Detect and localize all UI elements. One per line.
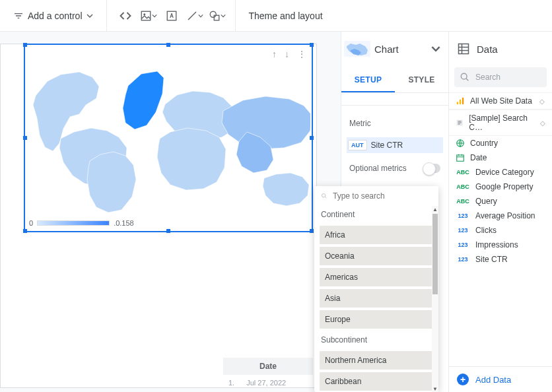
svg-point-1 [143, 13, 145, 15]
svg-point-8 [461, 73, 467, 79]
date-header: Date [223, 358, 313, 375]
svg-rect-11 [462, 98, 464, 105]
line-button[interactable] [185, 10, 205, 22]
map-thumb-icon [344, 41, 370, 57]
sort-desc-icon[interactable]: ↓ [285, 49, 289, 59]
data-search-input[interactable]: Search [454, 67, 547, 87]
shape-icon [209, 10, 221, 22]
map-chart[interactable]: ↑ ↓ ⋮ 0 .0.158 [24, 44, 313, 232]
field-n-america[interactable]: Northern America [320, 351, 433, 370]
field-picker-popup: Continent Africa Oceania Americas Asia E… [314, 186, 438, 392]
datasource-ga[interactable]: All Web Site Data ◇ [449, 92, 552, 110]
toolbar: Add a control Theme and layout [0, 0, 552, 32]
svg-rect-7 [459, 44, 469, 54]
field-date[interactable]: Date [449, 150, 552, 165]
search-icon [460, 72, 470, 82]
config-tabs: SETUP STYLE [341, 69, 448, 93]
field-query[interactable]: ABCQuery [449, 194, 552, 209]
data-icon [457, 42, 470, 55]
field-europe[interactable]: Europe [320, 310, 433, 329]
field-avgpos[interactable]: 123Average Position [449, 209, 552, 223]
theme-layout-label: Theme and layout [249, 11, 323, 21]
row-date: Jul 27, 2022 [241, 376, 313, 389]
filter-icon [13, 11, 24, 21]
more-icon[interactable]: ⋮ [297, 49, 306, 59]
legend-max: .0.158 [114, 219, 134, 227]
date-table: Date 1.Jul 27, 2022 [222, 356, 314, 391]
popup-scrollbar[interactable]: ▲ ▼ [432, 206, 438, 392]
field-americas[interactable]: Americas [320, 268, 433, 286]
embed-button[interactable] [115, 5, 136, 26]
plus-icon: + [457, 374, 469, 385]
svg-rect-14 [457, 155, 464, 161]
shape-button[interactable] [207, 10, 227, 22]
svg-rect-4 [214, 15, 219, 20]
add-control-label: Add a control [28, 11, 83, 21]
chart-panel-title: Chart [370, 44, 431, 55]
data-panel-title: Data [477, 44, 498, 55]
chevron-down-icon [198, 13, 203, 18]
field-impr[interactable]: 123Impressions [449, 238, 552, 252]
theme-layout-button[interactable]: Theme and layout [244, 7, 328, 25]
field-clicks[interactable]: 123Clicks [449, 223, 552, 238]
line-icon [186, 10, 198, 22]
legend-min: 0 [29, 219, 33, 227]
text-button[interactable] [161, 5, 182, 26]
world-map [29, 59, 310, 212]
row-num: 1. [223, 376, 240, 389]
metric-chip[interactable]: AUT Site CTR [347, 137, 443, 153]
field-device[interactable]: ABCDevice Category [449, 165, 552, 180]
field-country[interactable]: Country [449, 136, 552, 150]
optional-metrics-toggle[interactable] [423, 164, 440, 173]
svg-point-6 [322, 193, 325, 197]
tab-style[interactable]: STYLE [395, 69, 448, 92]
expand-icon[interactable]: ◇ [539, 99, 545, 104]
expand-icon[interactable]: ◇ [539, 121, 545, 125]
svg-point-3 [210, 11, 216, 17]
globe-icon [456, 139, 465, 148]
metric-section-label: Metric [341, 106, 448, 133]
canvas-area: ↑ ↓ ⋮ 0 .0.158 [0, 32, 341, 392]
field-list: Country Date ABCDevice Category ABCGoogl… [449, 136, 552, 267]
field-asia[interactable]: Asia [320, 289, 433, 308]
group-continent: Continent [314, 206, 438, 223]
svg-rect-10 [460, 100, 461, 105]
add-control-button[interactable]: Add a control [8, 7, 98, 25]
image-button[interactable] [139, 10, 158, 22]
svg-rect-9 [457, 102, 458, 104]
chevron-down-icon [86, 13, 93, 19]
datasource-sc-label: [Sample] Search C… [469, 114, 534, 132]
chevron-down-icon[interactable] [431, 44, 440, 53]
calendar-icon [456, 153, 465, 162]
add-data-button[interactable]: + Add Data [449, 366, 552, 392]
field-search-input[interactable] [333, 191, 432, 201]
chevron-down-icon [221, 13, 226, 18]
metric-badge: AUT [348, 140, 367, 150]
datasource-ga-label: All Web Site Data [470, 96, 532, 106]
svg-rect-0 [141, 11, 151, 20]
sc-icon [456, 118, 464, 127]
chevron-down-icon [152, 13, 157, 18]
field-caribbean[interactable]: Caribbean [320, 372, 433, 391]
field-property[interactable]: ABCGoogle Property [449, 180, 552, 194]
sort-asc-icon[interactable]: ↑ [272, 49, 277, 59]
field-ctr[interactable]: 123Site CTR [449, 252, 552, 267]
add-data-label: Add Data [475, 375, 511, 385]
svg-rect-2 [167, 11, 176, 20]
ga-icon [456, 96, 465, 106]
text-icon [166, 10, 178, 22]
tab-setup[interactable]: SETUP [341, 69, 395, 92]
field-oceania[interactable]: Oceania [320, 247, 433, 265]
group-subcontinent: Subcontinent [314, 331, 438, 348]
field-africa[interactable]: Africa [320, 226, 433, 244]
metric-value: Site CTR [371, 141, 403, 150]
optional-metrics-label: Optional metrics [349, 164, 407, 173]
code-icon [119, 9, 132, 22]
image-icon [140, 10, 152, 22]
data-panel: Data Search All Web Site Data ◇ [Sample]… [449, 32, 552, 392]
map-legend: 0 .0.158 [29, 219, 134, 227]
search-icon [321, 190, 328, 202]
data-search-placeholder: Search [475, 73, 500, 82]
datasource-sc[interactable]: [Sample] Search C… ◇ [449, 110, 552, 136]
